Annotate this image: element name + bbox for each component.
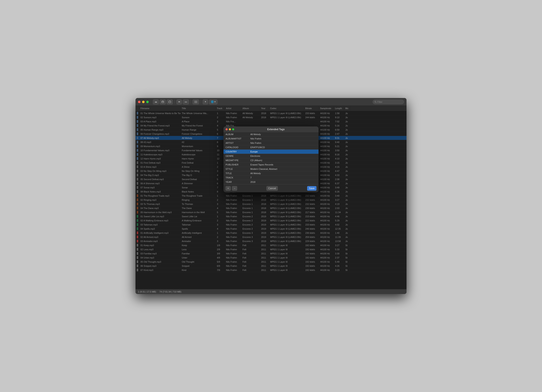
tag-row[interactable]: ARTIST Nils Frahm: [223, 141, 319, 145]
save-button[interactable]: Save: [307, 186, 316, 191]
cell-track: 3/9: [216, 251, 225, 255]
cell-samplerate: 44100 Hz: [319, 227, 334, 231]
cell-album: Encores 1: [241, 206, 260, 210]
tag-value: Electronic: [248, 154, 319, 158]
tag-row[interactable]: TRACK 7: [223, 175, 319, 180]
titlebar: ⏮ ⬅ ••• ✦ 🌐 ▾: [136, 98, 406, 106]
previous-button[interactable]: ⏮: [153, 100, 159, 104]
col-header-track[interactable]: Track: [216, 106, 225, 111]
table-row[interactable]: 01 Artificially Intelligent.mp3 Artifici…: [136, 231, 406, 235]
table-row[interactable]: 04 Spells.mp3 Spells 4 Nils Frahm Encore…: [136, 227, 406, 231]
tag-row[interactable]: TITLE All Melody: [223, 171, 319, 175]
table-row[interactable]: 07 Kind.mp3 Kind 7/9 Nils Frahm Felt 201…: [136, 268, 406, 272]
table-row[interactable]: 01 Sweet Little Lie.mp3 Sweet Little Lie…: [136, 214, 406, 218]
tag-row[interactable]: PUBLISHER Erased Tapes Records: [223, 163, 319, 167]
cell-title: Old Thought: [180, 260, 216, 264]
cell-samplerate: 44100 Hz: [319, 157, 334, 160]
col-header-samplerate[interactable]: Samplerate: [319, 106, 334, 111]
col-header-filename[interactable]: Filename: [139, 106, 180, 111]
cell-length: 3:27: [334, 198, 344, 202]
search-box[interactable]: [373, 100, 404, 104]
action-button[interactable]: •••: [183, 100, 189, 104]
col-header-title[interactable]: Title: [180, 106, 216, 111]
cell-samplerate: 44100 Hz: [319, 268, 334, 272]
cell-year: 2019: [260, 218, 269, 222]
modal-close-button[interactable]: [226, 128, 228, 130]
cell-samplerate: 44100 Hz: [319, 202, 334, 206]
tag-row[interactable]: COUNTRY Europe: [223, 150, 319, 154]
maximize-button[interactable]: [146, 101, 149, 103]
cell-filename: 05 Harmonium in the Well.mp3: [139, 210, 180, 214]
cell-filename: 08 #2.mp3: [139, 140, 180, 144]
search-input[interactable]: [377, 101, 402, 103]
modal-minimize-button[interactable]: [229, 128, 231, 130]
magic-button[interactable]: ✦: [203, 100, 208, 104]
cell-title: Momentum: [180, 144, 216, 148]
cell-length: 7:02: [334, 119, 344, 123]
col-header-artist[interactable]: Artist: [225, 106, 241, 111]
cell-title: Harmonium in the Well: [180, 210, 216, 214]
cell-misc: Jo: [344, 198, 350, 202]
row-color-indicator: [136, 210, 139, 214]
cell-samplerate: 44100 Hz: [319, 231, 334, 235]
globe-button[interactable]: 🌐 ▾: [209, 100, 217, 104]
col-header-bitrate[interactable]: Bitrate: [304, 106, 319, 111]
cell-samplerate: 44100 Hz: [319, 144, 334, 148]
table-row[interactable]: 03 A Place.mp3 A Place 3 Nils Fra... 441…: [136, 119, 406, 124]
tag-row[interactable]: GENRE Electronic: [223, 154, 319, 158]
table-row[interactable]: 02 All Armed.mp3 All Armed 2 Nils Frahm …: [136, 235, 406, 239]
col-header-codec[interactable]: Codec: [269, 106, 304, 111]
tag-row[interactable]: MEDIATYPE CD (Album): [223, 158, 319, 163]
cell-samplerate: 44100 Hz: [319, 185, 334, 189]
tag-row[interactable]: YEAR 2018: [223, 180, 319, 184]
cell-filename: 04 The Dane.mp3: [139, 206, 180, 210]
col-header-length[interactable]: Length: [334, 106, 344, 111]
row-color-indicator: [136, 177, 139, 181]
close-button[interactable]: [138, 101, 141, 103]
add-folder-button[interactable]: [160, 100, 166, 104]
cell-codec: MPEG 1 Layer III: [269, 268, 304, 272]
tag-row[interactable]: STYLE Modern Classical, Abstract: [223, 167, 319, 171]
table-row[interactable]: 03 Talisman.mp3 Talisman 3 Nils Frahm En…: [136, 222, 406, 227]
cancel-button[interactable]: Cancel: [266, 186, 278, 191]
cell-filename: 02 Ringing.mp3: [139, 198, 180, 202]
table-row[interactable]: 06 Snippet.mp3 Snippet 6/9 Nils Frahm Fe…: [136, 264, 406, 268]
modal-maximize-button[interactable]: [232, 128, 234, 130]
table-row[interactable]: 04 The Dane.mp3 The Dane 4 Nils Frahm En…: [136, 206, 406, 210]
table-row[interactable]: 01 The Whole Universe Wants to Be Touche…: [136, 111, 406, 115]
cell-album: Encores 2: [241, 222, 260, 227]
table-row[interactable]: 04 Unter.mp3 Unter 4/9 Nils Frahm Felt 2…: [136, 256, 406, 260]
table-row[interactable]: 02 Less.mp3 Less 2/9 Nils Frahm Felt 201…: [136, 247, 406, 251]
table-row[interactable]: 05 Old Thought.mp3 Old Thought 5/9 Nils …: [136, 260, 406, 264]
add-tag-button[interactable]: +: [226, 186, 231, 191]
table-row[interactable]: 03 Familiar.mp3 Familiar 3/9 Nils Frahm …: [136, 251, 406, 256]
remove-tag-button[interactable]: −: [232, 186, 237, 191]
cell-bitrate: 192 kbit/s: [304, 247, 319, 251]
cell-length: 11:34: [334, 210, 344, 214]
table-row[interactable]: 03 To Thomas.mp3 To Thomas 3 Nils Frahm …: [136, 202, 406, 206]
col-header-misc[interactable]: Mo: [344, 106, 350, 111]
list-view-button[interactable]: [193, 100, 199, 104]
table-row[interactable]: 05 Harmonium in the Well.mp3 Harmonium i…: [136, 210, 406, 214]
table-row[interactable]: 01 The Roughest Trade.mp3 The Roughest T…: [136, 194, 406, 198]
table-row[interactable]: 02 Ringing.mp3 Ringing 2 Nils Frahm Enco…: [136, 198, 406, 202]
minimize-button[interactable]: [142, 101, 145, 103]
table-row[interactable]: 02 A Walking Embrace.mp3 A Walking Embra…: [136, 218, 406, 222]
table-row[interactable]: 02 Sunson.mp3 Sunson 2 Nils Frahm All Me…: [136, 115, 406, 119]
col-header-album[interactable]: Album: [241, 106, 260, 111]
extended-tags-modal[interactable]: Extended Tags ALBUM All Melody ALBUMARTI…: [223, 127, 319, 192]
cell-filename: 02 A Shine.mp3: [139, 165, 180, 169]
cell-album: Encores 3: [241, 239, 260, 243]
playlist-button[interactable]: [167, 100, 173, 104]
table-row[interactable]: 03 Amirador.mp3 Amirador 3 Nils Frahm En…: [136, 239, 406, 243]
cell-filename: 10 Fundamental Values.mp3: [139, 148, 180, 152]
cell-title: Keep: [180, 243, 216, 247]
col-header-year[interactable]: Year: [260, 106, 269, 111]
tag-row[interactable]: ALBUM All Melody: [223, 132, 319, 137]
cell-album: Felt: [241, 264, 260, 268]
cell-album: Felt: [241, 251, 260, 255]
tag-row[interactable]: CATALOGID ERATP106CD: [223, 145, 319, 150]
back-button[interactable]: ⬅: [176, 100, 182, 104]
table-row[interactable]: 01 Keep.mp3 Keep 1/9 Nils Frahm Felt 201…: [136, 243, 406, 247]
tag-row[interactable]: ALBUMARTIST Nils Frahm: [223, 137, 319, 141]
